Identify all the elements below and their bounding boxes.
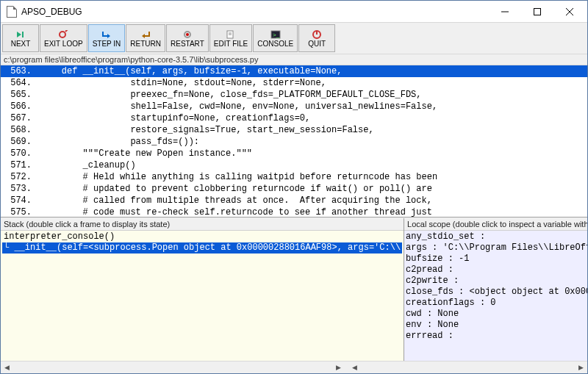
local-variable[interactable]: c2pread : [406, 265, 588, 276]
line-text: # called from multiple threads at once. … [36, 195, 587, 206]
code-line[interactable]: 572. # Held while anything is calling wa… [1, 171, 587, 183]
code-line[interactable]: 565. preexec_fn=None, close_fds=_PLATFOR… [1, 89, 587, 101]
local-variable[interactable]: c2pwrite : [406, 276, 588, 287]
scroll-right-icon[interactable]: ▶ [575, 362, 587, 374]
line-number: 575. [1, 206, 36, 217]
svg-marker-4 [17, 32, 21, 37]
toolbar-button-label: QUIT [308, 40, 326, 48]
line-text: # code must re-check self.returncode to … [36, 206, 587, 217]
local-variable[interactable]: errread : [406, 331, 588, 342]
locals-panel: Local scope (double click to inspect a v… [404, 218, 588, 361]
toolbar-button-label: STEP IN [93, 40, 121, 48]
stack-body[interactable]: interpreter_console()└ __init__(self=<su… [1, 231, 404, 361]
line-text: _cleanup() [36, 159, 587, 171]
stepin-button[interactable]: STEP IN [88, 24, 126, 52]
code-line[interactable]: 568. restore_signals=True, start_new_ses… [1, 124, 587, 136]
svg-rect-5 [22, 32, 24, 37]
bottom-scroll-row: ◀ ▶ ◀ ▶ [1, 361, 587, 373]
toolbar-button-label: NEXT [11, 40, 31, 48]
locals-header: Local scope (double click to inspect a v… [404, 218, 588, 231]
svg-marker-8 [107, 34, 110, 38]
toolbar-button-label: EXIT LOOP [44, 40, 83, 48]
svg-line-7 [65, 30, 68, 32]
code-line[interactable]: 566. shell=False, cwd=None, env=None, un… [1, 101, 587, 112]
file-path: c:\program files\libreoffice\program\pyt… [1, 54, 587, 65]
locals-body[interactable]: any_stdio_set :args : 'C:\\Program Files… [404, 231, 588, 361]
exitloop-icon [57, 29, 69, 40]
exitloop-button[interactable]: EXIT LOOP [40, 24, 87, 52]
code-line[interactable]: 570. """Create new Popen instance.""" [1, 148, 587, 159]
code-line[interactable]: 569. pass_fds=()): [1, 136, 587, 148]
restart-icon [182, 29, 193, 40]
line-number: 568. [1, 124, 36, 136]
local-variable[interactable]: env : None [406, 320, 588, 331]
toolbar: NEXTEXIT LOOPSTEP INRETURNRESTARTEDIT FI… [1, 23, 587, 54]
stepin-icon [101, 29, 112, 40]
scroll-left-icon[interactable]: ◀ [348, 362, 361, 374]
stack-frame[interactable]: interpreter_console() [2, 231, 402, 242]
stack-hscroll[interactable]: ◀ ▶ [1, 362, 345, 373]
scroll-left-icon[interactable]: ◀ [1, 362, 13, 374]
line-number: 567. [1, 112, 36, 124]
next-button[interactable]: NEXT [2, 24, 39, 52]
line-text: def __init__(self, args, bufsize=-1, exe… [36, 65, 587, 77]
code-pane[interactable]: 563. def __init__(self, args, bufsize=-1… [1, 65, 587, 217]
code-line[interactable]: 575. # code must re-check self.returncod… [1, 206, 587, 217]
code-line[interactable]: 563. def __init__(self, args, bufsize=-1… [1, 65, 587, 77]
console-button[interactable]: >_CONSOLE [253, 24, 298, 52]
bottom-panels: Stack (double click a frame to display i… [1, 217, 587, 361]
line-text: stdin=None, stdout=None, stderr=None, [36, 77, 587, 89]
quit-icon [311, 29, 323, 40]
toolbar-button-label: EDIT FILE [214, 40, 248, 48]
editfile-button[interactable]: EDIT FILE [209, 24, 253, 52]
maximize-button[interactable] [521, 1, 553, 22]
line-text: # updated to prevent clobbering returnco… [36, 183, 587, 195]
close-button[interactable] [553, 1, 586, 22]
svg-text:>_: >_ [273, 32, 280, 38]
quit-button[interactable]: QUIT [298, 24, 335, 52]
local-variable[interactable]: cwd : None [406, 309, 588, 320]
svg-point-6 [60, 32, 65, 37]
code-line[interactable]: 564. stdin=None, stdout=None, stderr=Non… [1, 77, 587, 89]
window-title: APSO_DEBUG [21, 7, 82, 17]
line-text: restore_signals=True, start_new_session=… [36, 124, 587, 136]
line-number: 574. [1, 195, 36, 206]
editfile-icon [225, 29, 237, 40]
line-text: shell=False, cwd=None, env=None, univers… [36, 101, 587, 112]
line-number: 573. [1, 183, 36, 195]
console-icon: >_ [270, 29, 282, 40]
line-text: """Create new Popen instance.""" [36, 148, 587, 159]
minimize-button[interactable] [489, 1, 521, 22]
restart-button[interactable]: RESTART [166, 24, 209, 52]
code-line[interactable]: 571. _cleanup() [1, 159, 587, 171]
svg-marker-9 [142, 34, 145, 38]
return-icon [140, 29, 151, 40]
line-text: startupinfo=None, creationflags=0, [36, 112, 587, 124]
next-icon [15, 29, 26, 40]
local-variable[interactable]: any_stdio_set : [406, 231, 588, 242]
titlebar: APSO_DEBUG [1, 1, 587, 23]
stack-panel: Stack (double click a frame to display i… [1, 218, 404, 361]
local-variable[interactable]: creationflags : 0 [406, 298, 588, 309]
toolbar-button-label: RETURN [130, 40, 161, 48]
scroll-right-icon[interactable]: ▶ [332, 362, 345, 374]
line-number: 563. [1, 65, 36, 77]
code-line[interactable]: 574. # called from multiple threads at o… [1, 195, 587, 206]
local-variable[interactable]: args : 'C:\\Program Files\\LibreOffice\\… [406, 242, 588, 253]
stack-header: Stack (double click a frame to display i… [1, 218, 404, 231]
local-variable[interactable]: close_fds : <object object at 0x00000288… [406, 287, 588, 298]
code-line[interactable]: 567. startupinfo=None, creationflags=0, [1, 112, 587, 124]
line-number: 569. [1, 136, 36, 148]
toolbar-button-label: CONSOLE [257, 40, 293, 48]
line-text: # Held while anything is calling waitpid… [36, 171, 587, 183]
return-button[interactable]: RETURN [126, 24, 165, 52]
local-variable[interactable]: bufsize : -1 [406, 253, 588, 265]
svg-rect-1 [534, 8, 541, 15]
locals-hscroll[interactable]: ◀ ▶ [348, 362, 587, 373]
stack-frame[interactable]: └ __init__(self=<subprocess.Popen object… [2, 242, 402, 253]
toolbar-button-label: RESTART [171, 40, 204, 48]
line-number: 572. [1, 171, 36, 183]
line-text: preexec_fn=None, close_fds=_PLATFORM_DEF… [36, 89, 587, 101]
code-line[interactable]: 573. # updated to prevent clobbering ret… [1, 183, 587, 195]
line-number: 570. [1, 148, 36, 159]
